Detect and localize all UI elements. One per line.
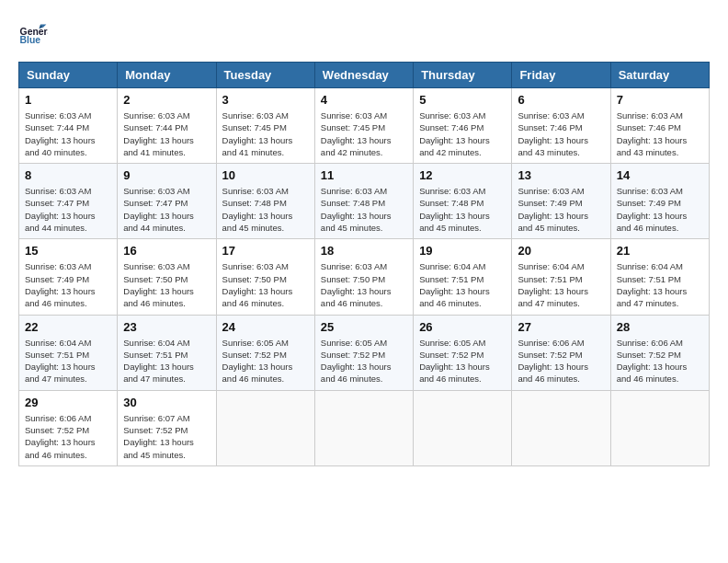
weekday-header: Monday [118, 63, 216, 88]
day-info: Sunrise: 6:06 AM Sunset: 7:52 PM Dayligh… [25, 412, 111, 461]
day-info: Sunrise: 6:03 AM Sunset: 7:50 PM Dayligh… [222, 260, 309, 309]
calendar-day-cell: 9Sunrise: 6:03 AM Sunset: 7:47 PM Daylig… [118, 164, 216, 239]
calendar-week-row: 22Sunrise: 6:04 AM Sunset: 7:51 PM Dayli… [19, 315, 710, 390]
day-number: 5 [419, 93, 506, 107]
calendar-day-cell: 15Sunrise: 6:03 AM Sunset: 7:49 PM Dayli… [19, 239, 118, 315]
calendar-day-cell: 25Sunrise: 6:05 AM Sunset: 7:52 PM Dayli… [314, 315, 413, 390]
day-number: 18 [321, 244, 407, 258]
day-info: Sunrise: 6:06 AM Sunset: 7:52 PM Dayligh… [518, 337, 604, 385]
day-info: Sunrise: 6:03 AM Sunset: 7:46 PM Dayligh… [419, 109, 506, 158]
day-info: Sunrise: 6:07 AM Sunset: 7:52 PM Dayligh… [123, 412, 210, 461]
day-info: Sunrise: 6:04 AM Sunset: 7:51 PM Dayligh… [123, 337, 210, 385]
day-number: 12 [419, 168, 506, 182]
calendar-day-cell [216, 390, 314, 465]
calendar-day-cell: 20Sunrise: 6:04 AM Sunset: 7:51 PM Dayli… [512, 239, 610, 315]
calendar-header-row: SundayMondayTuesdayWednesdayThursdayFrid… [19, 63, 710, 88]
day-number: 10 [222, 168, 309, 182]
calendar-day-cell: 2Sunrise: 6:03 AM Sunset: 7:44 PM Daylig… [118, 88, 216, 164]
calendar-day-cell: 21Sunrise: 6:04 AM Sunset: 7:51 PM Dayli… [610, 239, 709, 315]
day-info: Sunrise: 6:03 AM Sunset: 7:46 PM Dayligh… [518, 109, 604, 158]
calendar-day-cell: 5Sunrise: 6:03 AM Sunset: 7:46 PM Daylig… [414, 88, 512, 164]
calendar-day-cell [512, 390, 610, 465]
day-info: Sunrise: 6:04 AM Sunset: 7:51 PM Dayligh… [419, 260, 506, 309]
day-info: Sunrise: 6:03 AM Sunset: 7:45 PM Dayligh… [222, 109, 309, 158]
calendar-day-cell: 8Sunrise: 6:03 AM Sunset: 7:47 PM Daylig… [19, 164, 118, 239]
day-number: 8 [25, 168, 111, 182]
day-info: Sunrise: 6:03 AM Sunset: 7:50 PM Dayligh… [321, 260, 407, 309]
calendar-day-cell: 24Sunrise: 6:05 AM Sunset: 7:52 PM Dayli… [216, 315, 314, 390]
calendar-day-cell: 4Sunrise: 6:03 AM Sunset: 7:45 PM Daylig… [314, 88, 413, 164]
day-info: Sunrise: 6:03 AM Sunset: 7:49 PM Dayligh… [617, 185, 703, 234]
day-number: 13 [518, 168, 604, 182]
day-number: 7 [617, 93, 703, 107]
day-info: Sunrise: 6:05 AM Sunset: 7:52 PM Dayligh… [419, 337, 506, 385]
calendar-day-cell: 7Sunrise: 6:03 AM Sunset: 7:46 PM Daylig… [610, 88, 709, 164]
day-number: 30 [123, 396, 210, 409]
calendar-week-row: 15Sunrise: 6:03 AM Sunset: 7:49 PM Dayli… [19, 239, 710, 315]
day-number: 20 [518, 244, 604, 258]
calendar-day-cell: 1Sunrise: 6:03 AM Sunset: 7:44 PM Daylig… [19, 88, 118, 164]
day-number: 24 [222, 320, 309, 334]
svg-text:Blue: Blue [20, 35, 41, 45]
day-info: Sunrise: 6:03 AM Sunset: 7:47 PM Dayligh… [123, 185, 210, 234]
calendar-day-cell: 29Sunrise: 6:06 AM Sunset: 7:52 PM Dayli… [19, 390, 118, 465]
day-number: 25 [321, 320, 407, 334]
calendar-day-cell: 6Sunrise: 6:03 AM Sunset: 7:46 PM Daylig… [512, 88, 610, 164]
day-number: 16 [123, 244, 210, 258]
weekday-header: Sunday [19, 63, 118, 88]
day-info: Sunrise: 6:03 AM Sunset: 7:50 PM Dayligh… [123, 260, 210, 309]
day-info: Sunrise: 6:03 AM Sunset: 7:46 PM Dayligh… [617, 109, 703, 158]
calendar-day-cell: 27Sunrise: 6:06 AM Sunset: 7:52 PM Dayli… [512, 315, 610, 390]
day-info: Sunrise: 6:03 AM Sunset: 7:44 PM Dayligh… [25, 109, 111, 158]
day-number: 27 [518, 320, 604, 334]
calendar-day-cell: 18Sunrise: 6:03 AM Sunset: 7:50 PM Dayli… [314, 239, 413, 315]
calendar-week-row: 29Sunrise: 6:06 AM Sunset: 7:52 PM Dayli… [19, 390, 710, 465]
weekday-header: Saturday [610, 63, 709, 88]
day-info: Sunrise: 6:04 AM Sunset: 7:51 PM Dayligh… [617, 260, 703, 309]
day-number: 28 [617, 320, 703, 334]
calendar-day-cell [314, 390, 413, 465]
weekday-header: Tuesday [216, 63, 314, 88]
day-info: Sunrise: 6:03 AM Sunset: 7:49 PM Dayligh… [25, 260, 111, 309]
calendar-table: SundayMondayTuesdayWednesdayThursdayFrid… [18, 62, 710, 466]
calendar-day-cell: 11Sunrise: 6:03 AM Sunset: 7:48 PM Dayli… [314, 164, 413, 239]
day-info: Sunrise: 6:04 AM Sunset: 7:51 PM Dayligh… [518, 260, 604, 309]
logo-icon: General Blue [18, 18, 48, 48]
calendar-day-cell: 14Sunrise: 6:03 AM Sunset: 7:49 PM Dayli… [610, 164, 709, 239]
weekday-header: Friday [512, 63, 610, 88]
day-number: 1 [25, 93, 111, 107]
day-number: 29 [25, 396, 111, 409]
calendar-day-cell: 19Sunrise: 6:04 AM Sunset: 7:51 PM Dayli… [414, 239, 512, 315]
day-info: Sunrise: 6:03 AM Sunset: 7:48 PM Dayligh… [419, 185, 506, 234]
day-info: Sunrise: 6:03 AM Sunset: 7:49 PM Dayligh… [518, 185, 604, 234]
day-info: Sunrise: 6:03 AM Sunset: 7:45 PM Dayligh… [321, 109, 407, 158]
day-number: 26 [419, 320, 506, 334]
calendar-day-cell [414, 390, 512, 465]
day-info: Sunrise: 6:04 AM Sunset: 7:51 PM Dayligh… [25, 337, 111, 385]
day-number: 3 [222, 93, 309, 107]
day-number: 21 [617, 244, 703, 258]
day-info: Sunrise: 6:03 AM Sunset: 7:48 PM Dayligh… [321, 185, 407, 234]
day-number: 9 [123, 168, 210, 182]
day-info: Sunrise: 6:03 AM Sunset: 7:47 PM Dayligh… [25, 185, 111, 234]
day-number: 11 [321, 168, 407, 182]
calendar-day-cell: 10Sunrise: 6:03 AM Sunset: 7:48 PM Dayli… [216, 164, 314, 239]
calendar-day-cell: 22Sunrise: 6:04 AM Sunset: 7:51 PM Dayli… [19, 315, 118, 390]
calendar-day-cell: 13Sunrise: 6:03 AM Sunset: 7:49 PM Dayli… [512, 164, 610, 239]
calendar-day-cell: 17Sunrise: 6:03 AM Sunset: 7:50 PM Dayli… [216, 239, 314, 315]
day-number: 6 [518, 93, 604, 107]
day-info: Sunrise: 6:03 AM Sunset: 7:44 PM Dayligh… [123, 109, 210, 158]
calendar-day-cell: 3Sunrise: 6:03 AM Sunset: 7:45 PM Daylig… [216, 88, 314, 164]
logo: General Blue [18, 18, 53, 48]
day-number: 19 [419, 244, 506, 258]
calendar-day-cell: 12Sunrise: 6:03 AM Sunset: 7:48 PM Dayli… [414, 164, 512, 239]
day-number: 17 [222, 244, 309, 258]
day-info: Sunrise: 6:03 AM Sunset: 7:48 PM Dayligh… [222, 185, 309, 234]
calendar-day-cell: 28Sunrise: 6:06 AM Sunset: 7:52 PM Dayli… [610, 315, 709, 390]
calendar-week-row: 1Sunrise: 6:03 AM Sunset: 7:44 PM Daylig… [19, 88, 710, 164]
day-number: 2 [123, 93, 210, 107]
calendar-day-cell: 30Sunrise: 6:07 AM Sunset: 7:52 PM Dayli… [118, 390, 216, 465]
page-header: General Blue [18, 18, 710, 48]
day-number: 22 [25, 320, 111, 334]
calendar-week-row: 8Sunrise: 6:03 AM Sunset: 7:47 PM Daylig… [19, 164, 710, 239]
